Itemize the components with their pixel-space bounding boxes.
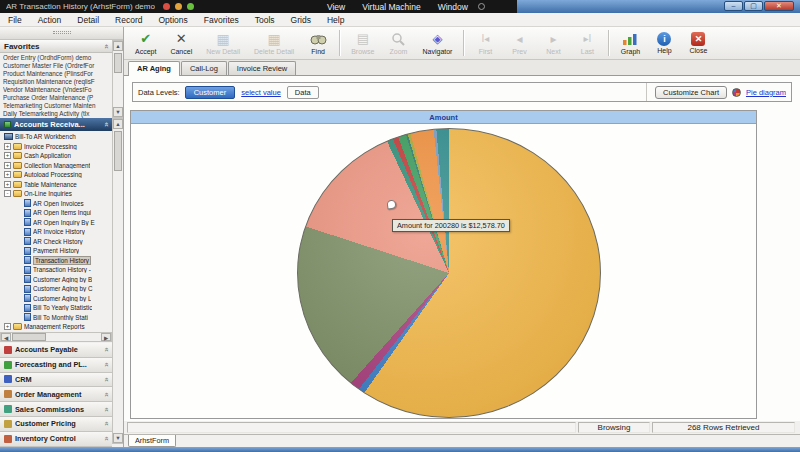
favorite-item-order-entry-or[interactable]: Order Entry (OrdhdForm) demo [3, 54, 112, 62]
expand-toggle-icon[interactable]: + [4, 152, 11, 159]
favorite-item-requisition-main[interactable]: Requisition Maintenance (reqlisF [3, 78, 112, 86]
scroll-up-icon[interactable]: ▲ [113, 119, 123, 129]
expand-chevron-icon[interactable]: » [101, 407, 110, 411]
tree-item-ar-open-invoices[interactable]: AR Open Invoices [0, 199, 112, 209]
tree-item-ar-check-history[interactable]: AR Check History [0, 237, 112, 247]
menu-favorites[interactable]: Favorites [204, 15, 239, 25]
tab-call-log[interactable]: Call-Log [181, 61, 227, 75]
mac-menu-view[interactable]: View [327, 2, 345, 12]
expand-toggle-icon[interactable]: + [4, 171, 11, 178]
zoom-light-icon[interactable] [187, 3, 194, 10]
tree-item-cash-application[interactable]: +Cash Application [0, 151, 112, 161]
customer-level-button[interactable]: Customer [185, 86, 236, 99]
sidebar-section-sales-commissions[interactable]: Sales Commissions» [0, 402, 112, 417]
scroll-thumb[interactable] [114, 53, 122, 73]
mac-menu-window[interactable]: Window [438, 2, 468, 12]
tree-item-invoice-processing[interactable]: +Invoice Processing [0, 142, 112, 152]
tree-item-customer-aging-by-l[interactable]: Customer Aging by L [0, 294, 112, 304]
menu-record[interactable]: Record [115, 15, 142, 25]
minimize-button[interactable]: – [724, 1, 743, 11]
tab-invoice-review[interactable]: Invoice Review [228, 61, 296, 75]
scroll-right-icon[interactable]: ▶ [101, 333, 111, 341]
scroll-down-icon[interactable]: ▼ [113, 433, 123, 443]
tree-horizontal-scrollbar[interactable]: ◀ ▶ [0, 332, 112, 342]
maximize-button[interactable]: ▢ [744, 1, 763, 11]
tree-item-management-reports[interactable]: +Management Reports [0, 322, 112, 331]
expand-toggle-icon[interactable]: - [4, 190, 11, 197]
menu-grids[interactable]: Grids [291, 15, 311, 25]
expand-chevron-icon[interactable]: » [101, 422, 110, 426]
expand-toggle-icon[interactable]: + [4, 143, 11, 150]
favorites-scrollbar[interactable]: ▲ ▼ [112, 40, 124, 118]
expand-toggle-icon[interactable]: + [4, 181, 11, 188]
sidebar-section-crm[interactable]: CRM» [0, 373, 112, 388]
menu-file[interactable]: File [8, 15, 22, 25]
collapse-icon[interactable]: « [101, 122, 110, 126]
mac-menu-virtual-machine[interactable]: Virtual Machine [362, 2, 420, 12]
expand-chevron-icon[interactable]: » [101, 377, 110, 381]
menu-options[interactable]: Options [158, 15, 187, 25]
scroll-up-icon[interactable]: ▲ [113, 41, 123, 51]
sidebar-section-customer-pricing[interactable]: Customer Pricing» [0, 417, 112, 432]
scroll-down-icon[interactable]: ▼ [113, 107, 123, 117]
tab-ar-aging[interactable]: AR Aging [128, 61, 180, 76]
menu-detail[interactable]: Detail [77, 15, 99, 25]
expand-toggle-icon[interactable]: + [4, 162, 11, 169]
close-light-icon[interactable] [163, 3, 170, 10]
expand-chevron-icon[interactable]: » [101, 436, 110, 440]
scroll-left-icon[interactable]: ◀ [1, 333, 11, 341]
expand-chevron-icon[interactable]: » [101, 362, 110, 366]
tree-item-bill-to-yearly-statistic[interactable]: Bill To Yearly Statistic [0, 303, 112, 313]
pie-chart[interactable] [297, 128, 601, 418]
select-value-link[interactable]: select value [241, 88, 281, 97]
sidebar-section-inventory-control[interactable]: Inventory Control» [0, 432, 112, 447]
tree-item-bill-to-ar-workbench[interactable]: Bill-To AR Workbench [0, 132, 112, 142]
tab-arhstform[interactable]: ArhstForm [128, 435, 176, 447]
expand-chevron-icon[interactable]: » [101, 348, 110, 352]
minimize-light-icon[interactable] [175, 3, 182, 10]
tree-item-transaction-history[interactable]: Transaction History [0, 256, 112, 266]
sidebar-section-forecasting-and-pl[interactable]: Forecasting and PL..» [0, 358, 112, 373]
pie-diagram-link[interactable]: Pie diagram [746, 88, 786, 97]
favorite-item-vendor-maintenan[interactable]: Vendor Maintenance (VndestFo [3, 86, 112, 94]
graph-button[interactable]: Graph [613, 27, 647, 59]
favorite-item-daily-telemarket[interactable]: Daily Telemarketing Activity (tlx [3, 110, 112, 118]
favorite-item-product-maintena[interactable]: Product Maintenance (PlinsdFor [3, 70, 112, 78]
sidebar-section-order-management[interactable]: Order Management» [0, 387, 112, 402]
expand-chevron-icon[interactable]: » [101, 392, 110, 396]
traffic-lights[interactable] [163, 3, 199, 10]
help-button[interactable]: iHelp [647, 27, 681, 59]
sidebar-handle[interactable] [0, 27, 123, 40]
accounts-receivable-header[interactable]: Accounts Receiva... « [0, 118, 112, 131]
navigator-button[interactable]: ◈Navigator [415, 27, 459, 59]
collapse-icon[interactable]: « [101, 44, 110, 48]
menu-tools[interactable]: Tools [255, 15, 275, 25]
scroll-thumb[interactable] [114, 131, 122, 171]
menu-help[interactable]: Help [327, 15, 344, 25]
tree-item-ar-open-items-inqui[interactable]: AR Open Items Inqui [0, 208, 112, 218]
tree-item-table-maintenance[interactable]: +Table Maintenance [0, 180, 112, 190]
accept-button[interactable]: ✔Accept [128, 27, 163, 59]
favorite-item-telemarketing-cu[interactable]: Telemarketing Customer Mainten [3, 102, 112, 110]
tree-item-autoload-processing[interactable]: +Autoload Processing [0, 170, 112, 180]
tree-item-on-line-inquiries[interactable]: -On-Line Inquiries [0, 189, 112, 199]
tree-item-bill-to-monthly-stati[interactable]: Bill To Monthly Stati [0, 313, 112, 323]
expand-toggle-icon[interactable]: + [4, 323, 11, 330]
favorite-item-customer-master[interactable]: Customer Master File (OrdrefFor [3, 62, 112, 70]
cancel-button[interactable]: ✕Cancel [163, 27, 199, 59]
scroll-thumb[interactable] [12, 333, 46, 341]
data-level-button[interactable]: Data [287, 86, 319, 99]
close-window-button[interactable]: ✕ [764, 1, 794, 11]
tree-item-customer-aging-by-c[interactable]: Customer Aging by C [0, 284, 112, 294]
close-button[interactable]: ✕Close [681, 27, 715, 59]
tree-item-payment-history[interactable]: Payment History [0, 246, 112, 256]
sidebar-section-accounts-payable[interactable]: Accounts Payable» [0, 343, 112, 358]
find-button[interactable]: Find [301, 27, 335, 59]
favorite-item-purchase-order-m[interactable]: Purchase Order Maintenance (P [3, 94, 112, 102]
tree-item-transaction-history[interactable]: Transaction History - [0, 265, 112, 275]
tree-item-ar-invoice-history[interactable]: AR Invoice History [0, 227, 112, 237]
tree-item-ar-open-inquiry-by-e[interactable]: AR Open Inquiry By E [0, 218, 112, 228]
customize-chart-button[interactable]: Customize Chart [655, 86, 727, 99]
menu-action[interactable]: Action [38, 15, 62, 25]
tree-item-customer-aging-by-b[interactable]: Customer Aging by B [0, 275, 112, 285]
